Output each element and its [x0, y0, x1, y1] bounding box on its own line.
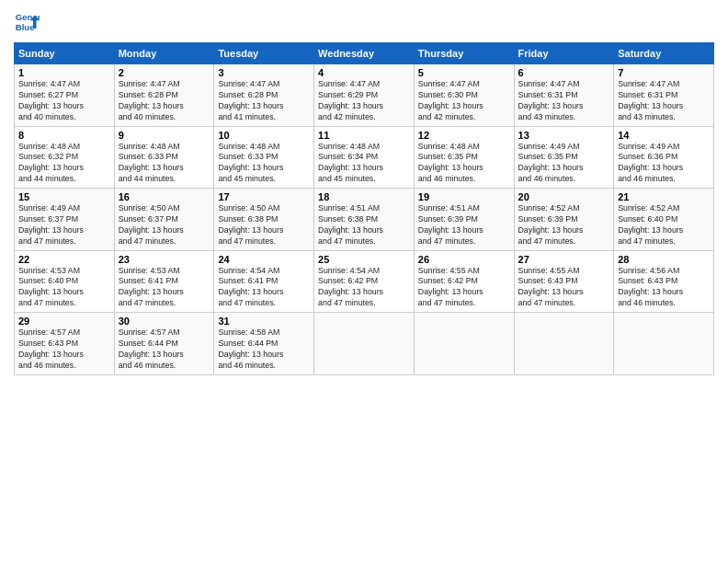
- day-info-30: Sunrise: 4:57 AM Sunset: 6:44 PM Dayligh…: [119, 327, 210, 372]
- day-cell-1: 1Sunrise: 4:47 AM Sunset: 6:27 PM Daylig…: [15, 64, 115, 127]
- day-cell-10: 10Sunrise: 4:48 AM Sunset: 6:33 PM Dayli…: [214, 126, 314, 189]
- day-number-27: 27: [518, 254, 610, 265]
- header: General Blue: [14, 9, 714, 35]
- day-cell-22: 22Sunrise: 4:53 AM Sunset: 6:40 PM Dayli…: [15, 250, 115, 313]
- svg-text:Blue: Blue: [16, 22, 35, 32]
- day-info-21: Sunrise: 4:52 AM Sunset: 6:40 PM Dayligh…: [618, 203, 710, 247]
- day-number-26: 26: [418, 254, 510, 265]
- day-cell-16: 16Sunrise: 4:50 AM Sunset: 6:37 PM Dayli…: [114, 189, 214, 251]
- col-header-monday: Monday: [114, 43, 214, 64]
- day-number-10: 10: [218, 130, 310, 141]
- day-number-9: 9: [119, 130, 210, 141]
- day-info-18: Sunrise: 4:51 AM Sunset: 6:38 PM Dayligh…: [318, 203, 410, 247]
- day-number-17: 17: [218, 191, 310, 202]
- day-cell-28: 28Sunrise: 4:56 AM Sunset: 6:43 PM Dayli…: [614, 250, 714, 313]
- day-number-3: 3: [218, 67, 310, 78]
- day-number-30: 30: [119, 316, 210, 327]
- day-number-29: 29: [18, 316, 110, 327]
- day-cell-31: 31Sunrise: 4:58 AM Sunset: 6:44 PM Dayli…: [214, 313, 314, 375]
- day-cell-25: 25Sunrise: 4:54 AM Sunset: 6:42 PM Dayli…: [314, 250, 415, 313]
- day-cell-19: 19Sunrise: 4:51 AM Sunset: 6:39 PM Dayli…: [414, 189, 514, 251]
- day-number-4: 4: [318, 67, 410, 78]
- day-info-10: Sunrise: 4:48 AM Sunset: 6:33 PM Dayligh…: [218, 142, 310, 186]
- day-info-26: Sunrise: 4:55 AM Sunset: 6:42 PM Dayligh…: [418, 266, 510, 310]
- col-header-sunday: Sunday: [15, 43, 115, 64]
- day-info-12: Sunrise: 4:48 AM Sunset: 6:35 PM Dayligh…: [418, 142, 510, 186]
- day-number-8: 8: [18, 130, 110, 141]
- day-number-31: 31: [218, 316, 310, 327]
- week-row-4: 22Sunrise: 4:53 AM Sunset: 6:40 PM Dayli…: [15, 250, 714, 313]
- day-cell-7: 7Sunrise: 4:47 AM Sunset: 6:31 PM Daylig…: [614, 64, 714, 127]
- page-container: General Blue SundayMondayTuesdayWednesda…: [0, 0, 728, 563]
- day-cell-9: 9Sunrise: 4:48 AM Sunset: 6:33 PM Daylig…: [114, 126, 214, 189]
- day-number-5: 5: [418, 67, 510, 78]
- day-info-2: Sunrise: 4:47 AM Sunset: 6:28 PM Dayligh…: [119, 79, 210, 123]
- col-header-wednesday: Wednesday: [314, 43, 415, 64]
- day-info-25: Sunrise: 4:54 AM Sunset: 6:42 PM Dayligh…: [318, 266, 410, 310]
- day-number-25: 25: [318, 254, 410, 265]
- day-info-28: Sunrise: 4:56 AM Sunset: 6:43 PM Dayligh…: [618, 266, 710, 310]
- day-cell-14: 14Sunrise: 4:49 AM Sunset: 6:36 PM Dayli…: [614, 126, 714, 189]
- day-info-6: Sunrise: 4:47 AM Sunset: 6:31 PM Dayligh…: [518, 79, 610, 123]
- day-cell-6: 6Sunrise: 4:47 AM Sunset: 6:31 PM Daylig…: [514, 64, 614, 127]
- day-number-18: 18: [318, 191, 410, 202]
- week-row-1: 1Sunrise: 4:47 AM Sunset: 6:27 PM Daylig…: [15, 64, 714, 127]
- day-number-2: 2: [119, 67, 210, 78]
- col-header-thursday: Thursday: [414, 43, 514, 64]
- day-number-13: 13: [518, 130, 610, 141]
- day-info-15: Sunrise: 4:49 AM Sunset: 6:37 PM Dayligh…: [18, 203, 110, 247]
- day-number-23: 23: [119, 254, 210, 265]
- day-number-20: 20: [518, 191, 610, 202]
- day-info-20: Sunrise: 4:52 AM Sunset: 6:39 PM Dayligh…: [518, 203, 610, 247]
- week-row-5: 29Sunrise: 4:57 AM Sunset: 6:43 PM Dayli…: [15, 313, 714, 375]
- day-info-11: Sunrise: 4:48 AM Sunset: 6:34 PM Dayligh…: [318, 142, 410, 186]
- day-cell-13: 13Sunrise: 4:49 AM Sunset: 6:35 PM Dayli…: [514, 126, 614, 189]
- day-info-14: Sunrise: 4:49 AM Sunset: 6:36 PM Dayligh…: [618, 142, 710, 186]
- day-info-3: Sunrise: 4:47 AM Sunset: 6:28 PM Dayligh…: [218, 79, 310, 123]
- day-info-13: Sunrise: 4:49 AM Sunset: 6:35 PM Dayligh…: [518, 142, 610, 186]
- header-row: SundayMondayTuesdayWednesdayThursdayFrid…: [15, 43, 714, 64]
- empty-cell: [414, 313, 514, 375]
- day-info-7: Sunrise: 4:47 AM Sunset: 6:31 PM Dayligh…: [618, 79, 710, 123]
- day-number-11: 11: [318, 130, 410, 141]
- day-cell-18: 18Sunrise: 4:51 AM Sunset: 6:38 PM Dayli…: [314, 189, 415, 251]
- day-number-1: 1: [18, 67, 110, 78]
- day-cell-24: 24Sunrise: 4:54 AM Sunset: 6:41 PM Dayli…: [214, 250, 314, 313]
- day-info-22: Sunrise: 4:53 AM Sunset: 6:40 PM Dayligh…: [18, 266, 110, 310]
- calendar-table: SundayMondayTuesdayWednesdayThursdayFrid…: [14, 42, 714, 375]
- day-info-8: Sunrise: 4:48 AM Sunset: 6:32 PM Dayligh…: [18, 142, 110, 186]
- col-header-friday: Friday: [514, 43, 614, 64]
- day-info-17: Sunrise: 4:50 AM Sunset: 6:38 PM Dayligh…: [218, 203, 310, 247]
- day-number-24: 24: [218, 254, 310, 265]
- day-info-31: Sunrise: 4:58 AM Sunset: 6:44 PM Dayligh…: [218, 327, 310, 372]
- week-row-2: 8Sunrise: 4:48 AM Sunset: 6:32 PM Daylig…: [15, 126, 714, 189]
- day-cell-20: 20Sunrise: 4:52 AM Sunset: 6:39 PM Dayli…: [514, 189, 614, 251]
- day-cell-4: 4Sunrise: 4:47 AM Sunset: 6:29 PM Daylig…: [314, 64, 415, 127]
- week-row-3: 15Sunrise: 4:49 AM Sunset: 6:37 PM Dayli…: [15, 189, 714, 251]
- day-number-14: 14: [618, 130, 710, 141]
- day-info-29: Sunrise: 4:57 AM Sunset: 6:43 PM Dayligh…: [18, 327, 110, 372]
- day-info-24: Sunrise: 4:54 AM Sunset: 6:41 PM Dayligh…: [218, 266, 310, 310]
- day-cell-21: 21Sunrise: 4:52 AM Sunset: 6:40 PM Dayli…: [614, 189, 714, 251]
- logo-icon: General Blue: [14, 9, 40, 35]
- day-number-21: 21: [618, 191, 710, 202]
- day-info-1: Sunrise: 4:47 AM Sunset: 6:27 PM Dayligh…: [18, 79, 110, 123]
- day-info-19: Sunrise: 4:51 AM Sunset: 6:39 PM Dayligh…: [418, 203, 510, 247]
- day-cell-30: 30Sunrise: 4:57 AM Sunset: 6:44 PM Dayli…: [114, 313, 214, 375]
- day-cell-2: 2Sunrise: 4:47 AM Sunset: 6:28 PM Daylig…: [114, 64, 214, 127]
- day-cell-12: 12Sunrise: 4:48 AM Sunset: 6:35 PM Dayli…: [414, 126, 514, 189]
- day-info-23: Sunrise: 4:53 AM Sunset: 6:41 PM Dayligh…: [119, 266, 210, 310]
- empty-cell: [614, 313, 714, 375]
- logo: General Blue: [14, 9, 40, 35]
- day-cell-8: 8Sunrise: 4:48 AM Sunset: 6:32 PM Daylig…: [15, 126, 115, 189]
- day-number-7: 7: [618, 67, 710, 78]
- day-number-19: 19: [418, 191, 510, 202]
- day-cell-27: 27Sunrise: 4:55 AM Sunset: 6:43 PM Dayli…: [514, 250, 614, 313]
- day-number-12: 12: [418, 130, 510, 141]
- day-info-9: Sunrise: 4:48 AM Sunset: 6:33 PM Dayligh…: [119, 142, 210, 186]
- day-number-22: 22: [18, 254, 110, 265]
- day-info-16: Sunrise: 4:50 AM Sunset: 6:37 PM Dayligh…: [119, 203, 210, 247]
- day-info-5: Sunrise: 4:47 AM Sunset: 6:30 PM Dayligh…: [418, 79, 510, 123]
- day-cell-11: 11Sunrise: 4:48 AM Sunset: 6:34 PM Dayli…: [314, 126, 415, 189]
- day-cell-26: 26Sunrise: 4:55 AM Sunset: 6:42 PM Dayli…: [414, 250, 514, 313]
